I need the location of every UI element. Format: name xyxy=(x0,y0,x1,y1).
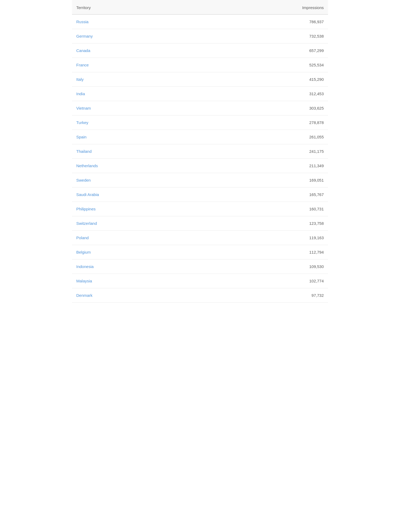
table-row: Vietnam303,625 xyxy=(72,101,328,115)
territory-link[interactable]: Turkey xyxy=(76,120,88,125)
table-row: Russia786,937 xyxy=(72,15,328,29)
territory-link[interactable]: Netherlands xyxy=(76,163,98,168)
impressions-value: 211,349 xyxy=(309,163,324,168)
table-row: Thailand241,175 xyxy=(72,144,328,159)
table-row: India312,453 xyxy=(72,87,328,101)
territory-link[interactable]: Malaysia xyxy=(76,279,92,283)
table-row: France525,534 xyxy=(72,58,328,72)
table-row: Poland119,163 xyxy=(72,231,328,245)
impressions-value: 169,051 xyxy=(309,178,324,182)
territory-link[interactable]: India xyxy=(76,91,85,96)
table-row: Switzerland123,758 xyxy=(72,216,328,231)
territory-link[interactable]: Denmark xyxy=(76,293,93,298)
territory-link[interactable]: Russia xyxy=(76,19,89,24)
impressions-value: 303,625 xyxy=(309,106,324,110)
impressions-value: 261,055 xyxy=(309,135,324,139)
impressions-value: 732,538 xyxy=(309,34,324,38)
territory-link[interactable]: Saudi Arabia xyxy=(76,192,99,197)
impressions-value: 109,530 xyxy=(309,264,324,269)
impressions-value: 312,453 xyxy=(309,91,324,96)
territory-link[interactable]: Spain xyxy=(76,135,86,139)
table-row: Turkey278,878 xyxy=(72,115,328,130)
impressions-value: 786,937 xyxy=(309,19,324,24)
impressions-value: 97,732 xyxy=(311,293,324,298)
impressions-value: 278,878 xyxy=(309,120,324,125)
territory-link[interactable]: Belgium xyxy=(76,250,91,254)
table-row: Indonesia109,530 xyxy=(72,259,328,274)
impressions-value: 241,175 xyxy=(309,149,324,154)
impressions-value: 165,767 xyxy=(309,192,324,197)
territory-link[interactable]: Poland xyxy=(76,235,89,240)
table-row: Canada657,299 xyxy=(72,43,328,58)
impressions-value: 112,794 xyxy=(309,250,324,254)
impressions-value: 102,774 xyxy=(309,279,324,283)
header-impressions: Impressions xyxy=(302,5,324,10)
table-row: Germany732,538 xyxy=(72,29,328,43)
territory-link[interactable]: Switzerland xyxy=(76,221,97,226)
territory-link[interactable]: Sweden xyxy=(76,178,91,182)
territory-link[interactable]: Indonesia xyxy=(76,264,94,269)
table-row: Saudi Arabia165,767 xyxy=(72,187,328,202)
impressions-value: 160,731 xyxy=(309,207,324,211)
impressions-value: 123,758 xyxy=(309,221,324,226)
impressions-value: 525,534 xyxy=(309,63,324,67)
territory-link[interactable]: Italy xyxy=(76,77,84,82)
table-row: Netherlands211,349 xyxy=(72,159,328,173)
territory-link[interactable]: Germany xyxy=(76,34,93,38)
table-row: Belgium112,794 xyxy=(72,245,328,259)
territory-link[interactable]: Vietnam xyxy=(76,106,91,110)
table-row: Sweden169,051 xyxy=(72,173,328,187)
table-row: Spain261,055 xyxy=(72,130,328,144)
territory-impressions-table: Territory Impressions Russia786,937Germa… xyxy=(72,0,328,303)
impressions-value: 415,290 xyxy=(309,77,324,82)
table-row: Malaysia102,774 xyxy=(72,274,328,288)
territory-link[interactable]: Canada xyxy=(76,48,90,53)
territory-link[interactable]: France xyxy=(76,63,89,67)
table-row: Denmark97,732 xyxy=(72,288,328,303)
table-row: Philippines160,731 xyxy=(72,202,328,216)
table-body: Russia786,937Germany732,538Canada657,299… xyxy=(72,15,328,303)
header-territory: Territory xyxy=(76,5,91,10)
table-row: Italy415,290 xyxy=(72,72,328,87)
territory-link[interactable]: Philippines xyxy=(76,207,96,211)
table-header: Territory Impressions xyxy=(72,0,328,15)
territory-link[interactable]: Thailand xyxy=(76,149,92,154)
impressions-value: 119,163 xyxy=(309,235,324,240)
impressions-value: 657,299 xyxy=(309,48,324,53)
